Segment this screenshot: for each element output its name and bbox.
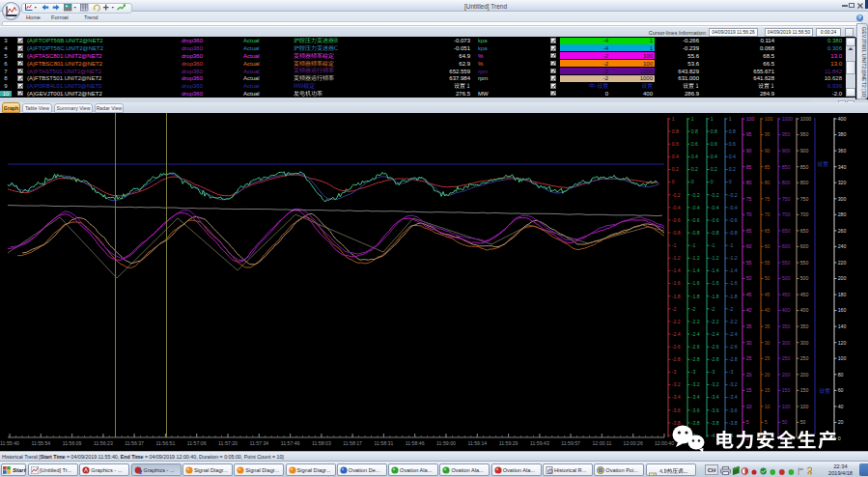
svg-text:200: 200	[838, 275, 847, 281]
svg-text:11:59:14: 11:59:14	[467, 440, 487, 446]
svg-text:-0.2: -0.2	[691, 192, 700, 198]
svg-text:95: 95	[765, 131, 770, 137]
svg-text:0.6: 0.6	[711, 141, 717, 147]
svg-text:-0.6: -0.6	[691, 217, 700, 223]
svg-text:900: 900	[782, 148, 791, 154]
svg-text:80: 80	[746, 180, 752, 185]
svg-text:650: 650	[782, 228, 791, 234]
svg-text:25: 25	[765, 355, 770, 361]
svg-text:750: 750	[800, 196, 809, 202]
svg-text:-2: -2	[711, 306, 715, 312]
svg-text:1000: 1000	[800, 116, 812, 122]
svg-text:12:00:11: 12:00:11	[592, 440, 611, 446]
svg-text:550: 550	[782, 260, 791, 266]
svg-text:450: 450	[782, 292, 791, 297]
svg-text:100: 100	[746, 116, 755, 122]
svg-text:120: 120	[838, 340, 847, 346]
svg-text:-1.2: -1.2	[729, 255, 738, 261]
svg-text:-3.6: -3.6	[711, 407, 719, 413]
svg-text:650: 650	[800, 228, 809, 234]
svg-text:80: 80	[765, 180, 770, 185]
svg-text:0: 0	[711, 179, 714, 184]
svg-text:1: 1	[691, 116, 694, 122]
svg-text:10: 10	[765, 404, 770, 409]
svg-text:0: 0	[691, 179, 694, 184]
svg-text:40: 40	[746, 307, 752, 313]
svg-text:-0.6: -0.6	[672, 217, 681, 223]
svg-text:11:59:57: 11:59:57	[561, 440, 580, 446]
svg-text:-2.2: -2.2	[672, 319, 681, 324]
svg-text:10: 10	[746, 404, 752, 409]
svg-text:-1.2: -1.2	[691, 255, 700, 261]
svg-text:1: 1	[729, 116, 732, 122]
svg-text:-2.8: -2.8	[729, 356, 738, 362]
svg-text:-1.2: -1.2	[711, 255, 719, 261]
svg-text:11:56:09: 11:56:09	[63, 440, 82, 446]
svg-text:0: 0	[672, 179, 675, 184]
svg-text:-0.8: -0.8	[729, 230, 738, 236]
svg-text:800: 800	[800, 180, 809, 185]
svg-text:-3.2: -3.2	[711, 381, 719, 387]
svg-text:-3.4: -3.4	[711, 394, 719, 400]
svg-text:-1: -1	[729, 242, 734, 248]
svg-text:700: 700	[782, 211, 791, 217]
svg-text:75: 75	[765, 196, 770, 202]
svg-text:11:56:51: 11:56:51	[155, 440, 175, 446]
svg-text:11:55:40: 11:55:40	[0, 440, 19, 446]
svg-text:850: 850	[800, 164, 809, 170]
svg-text:0.6: 0.6	[672, 141, 679, 147]
svg-text:600: 600	[782, 243, 791, 249]
svg-text:1000: 1000	[782, 116, 794, 122]
svg-text:-2: -2	[729, 306, 734, 312]
svg-text:50: 50	[746, 275, 752, 281]
svg-text:0.4: 0.4	[711, 154, 717, 159]
svg-text:350: 350	[800, 323, 809, 329]
svg-text:-2.8: -2.8	[672, 356, 681, 362]
svg-text:0: 0	[729, 179, 732, 184]
svg-text:-3.4: -3.4	[672, 394, 681, 400]
svg-text:-3.6: -3.6	[691, 407, 700, 413]
svg-text:150: 150	[800, 387, 809, 393]
svg-text:0.2: 0.2	[711, 166, 717, 172]
svg-text:340: 340	[838, 164, 847, 170]
svg-text:850: 850	[782, 164, 791, 170]
svg-text:-2: -2	[691, 306, 696, 312]
svg-text:11:59:43: 11:59:43	[530, 440, 549, 446]
svg-text:-1.8: -1.8	[672, 294, 681, 299]
svg-text:-1.6: -1.6	[672, 280, 681, 286]
svg-text:250: 250	[800, 355, 809, 361]
svg-text:60: 60	[746, 243, 752, 249]
svg-text:60: 60	[765, 243, 770, 249]
svg-text:-0.2: -0.2	[711, 192, 719, 198]
svg-text:500: 500	[782, 275, 791, 281]
svg-text:11:57:06: 11:57:06	[187, 440, 207, 446]
svg-text:150: 150	[782, 387, 791, 393]
svg-text:-0.6: -0.6	[729, 217, 738, 223]
svg-text:0.4: 0.4	[729, 154, 736, 159]
svg-text:15: 15	[746, 387, 752, 393]
svg-text:400: 400	[800, 307, 809, 313]
svg-text:-3: -3	[672, 369, 677, 375]
svg-text:0.4: 0.4	[691, 154, 698, 159]
svg-text:750: 750	[782, 196, 791, 202]
svg-text:-2.4: -2.4	[729, 331, 738, 337]
svg-text:-1.8: -1.8	[691, 294, 700, 299]
svg-text:700: 700	[800, 211, 809, 217]
svg-text:0.6: 0.6	[691, 141, 698, 147]
svg-text:11:55:54: 11:55:54	[31, 440, 50, 446]
svg-text:550: 550	[800, 260, 809, 266]
svg-text:35: 35	[746, 323, 752, 329]
svg-text:60: 60	[838, 387, 844, 393]
svg-text:75: 75	[746, 196, 752, 202]
svg-text:100: 100	[838, 355, 847, 361]
svg-text:-1: -1	[691, 242, 696, 248]
svg-text:85: 85	[746, 164, 752, 170]
svg-text:90: 90	[746, 148, 752, 154]
svg-text:11:57:49: 11:57:49	[281, 440, 300, 446]
svg-text:-2.4: -2.4	[672, 331, 681, 337]
svg-text:12:00:26: 12:00:26	[624, 440, 643, 446]
svg-text:-2.8: -2.8	[691, 356, 700, 362]
svg-text:11:58:46: 11:58:46	[406, 440, 425, 446]
svg-text:260: 260	[838, 228, 847, 234]
svg-text:0.8: 0.8	[672, 128, 679, 134]
